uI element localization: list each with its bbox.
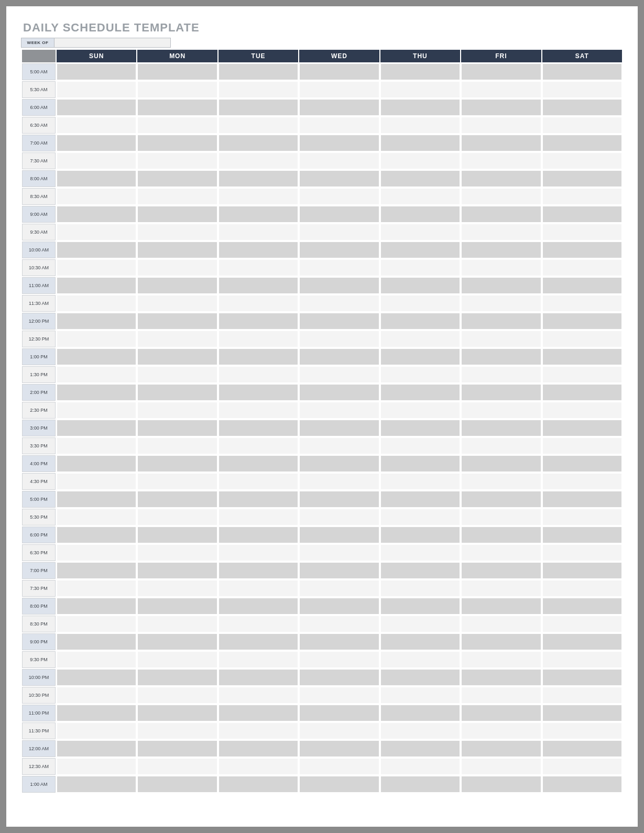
schedule-cell[interactable] (380, 313, 460, 330)
schedule-cell[interactable] (57, 616, 136, 632)
schedule-cell[interactable] (219, 313, 298, 330)
schedule-cell[interactable] (219, 616, 298, 632)
schedule-cell[interactable] (57, 437, 136, 454)
schedule-cell[interactable] (57, 473, 136, 490)
schedule-cell[interactable] (380, 277, 460, 294)
schedule-cell[interactable] (219, 705, 298, 721)
schedule-cell[interactable] (380, 633, 460, 650)
schedule-cell[interactable] (137, 348, 217, 365)
schedule-cell[interactable] (137, 544, 217, 561)
schedule-cell[interactable] (542, 348, 622, 365)
schedule-cell[interactable] (542, 455, 622, 472)
schedule-cell[interactable] (380, 437, 460, 454)
schedule-cell[interactable] (299, 242, 379, 258)
schedule-cell[interactable] (542, 633, 622, 650)
schedule-cell[interactable] (57, 117, 136, 134)
schedule-cell[interactable] (299, 633, 379, 650)
schedule-cell[interactable] (542, 277, 622, 294)
schedule-cell[interactable] (219, 758, 298, 775)
schedule-cell[interactable] (542, 740, 622, 757)
schedule-cell[interactable] (57, 669, 136, 686)
schedule-cell[interactable] (299, 562, 379, 579)
schedule-cell[interactable] (299, 687, 379, 704)
schedule-cell[interactable] (461, 348, 541, 365)
schedule-cell[interactable] (461, 598, 541, 615)
schedule-cell[interactable] (57, 598, 136, 615)
schedule-cell[interactable] (57, 170, 136, 187)
schedule-cell[interactable] (57, 295, 136, 312)
schedule-cell[interactable] (461, 740, 541, 757)
schedule-cell[interactable] (219, 562, 298, 579)
schedule-cell[interactable] (542, 598, 622, 615)
schedule-cell[interactable] (219, 420, 298, 436)
schedule-cell[interactable] (461, 562, 541, 579)
schedule-cell[interactable] (299, 491, 379, 508)
schedule-cell[interactable] (137, 259, 217, 276)
schedule-cell[interactable] (461, 152, 541, 169)
schedule-cell[interactable] (299, 63, 379, 80)
schedule-cell[interactable] (542, 562, 622, 579)
schedule-cell[interactable] (57, 188, 136, 205)
schedule-cell[interactable] (57, 242, 136, 258)
schedule-cell[interactable] (299, 348, 379, 365)
schedule-cell[interactable] (57, 580, 136, 597)
schedule-cell[interactable] (461, 420, 541, 436)
schedule-cell[interactable] (57, 366, 136, 383)
schedule-cell[interactable] (299, 651, 379, 668)
schedule-cell[interactable] (380, 259, 460, 276)
schedule-cell[interactable] (542, 366, 622, 383)
schedule-cell[interactable] (461, 99, 541, 116)
schedule-cell[interactable] (461, 313, 541, 330)
schedule-cell[interactable] (57, 776, 136, 793)
schedule-cell[interactable] (542, 491, 622, 508)
schedule-cell[interactable] (219, 384, 298, 401)
schedule-cell[interactable] (57, 348, 136, 365)
schedule-cell[interactable] (461, 224, 541, 240)
schedule-cell[interactable] (542, 616, 622, 632)
schedule-cell[interactable] (137, 99, 217, 116)
schedule-cell[interactable] (57, 491, 136, 508)
schedule-cell[interactable] (461, 384, 541, 401)
schedule-cell[interactable] (380, 188, 460, 205)
schedule-cell[interactable] (137, 669, 217, 686)
schedule-cell[interactable] (137, 206, 217, 223)
schedule-cell[interactable] (137, 455, 217, 472)
schedule-cell[interactable] (137, 420, 217, 436)
schedule-cell[interactable] (299, 224, 379, 240)
schedule-cell[interactable] (137, 651, 217, 668)
schedule-cell[interactable] (137, 491, 217, 508)
schedule-cell[interactable] (219, 509, 298, 525)
schedule-cell[interactable] (542, 152, 622, 169)
schedule-cell[interactable] (461, 81, 541, 98)
schedule-cell[interactable] (380, 81, 460, 98)
schedule-cell[interactable] (219, 224, 298, 240)
schedule-cell[interactable] (57, 259, 136, 276)
schedule-cell[interactable] (542, 384, 622, 401)
schedule-cell[interactable] (299, 509, 379, 525)
schedule-cell[interactable] (461, 580, 541, 597)
schedule-cell[interactable] (542, 776, 622, 793)
schedule-cell[interactable] (461, 633, 541, 650)
schedule-cell[interactable] (542, 188, 622, 205)
schedule-cell[interactable] (57, 562, 136, 579)
schedule-cell[interactable] (57, 313, 136, 330)
schedule-cell[interactable] (219, 687, 298, 704)
schedule-cell[interactable] (299, 598, 379, 615)
schedule-cell[interactable] (461, 509, 541, 525)
schedule-cell[interactable] (299, 135, 379, 151)
schedule-cell[interactable] (380, 669, 460, 686)
schedule-cell[interactable] (57, 740, 136, 757)
schedule-cell[interactable] (137, 384, 217, 401)
schedule-cell[interactable] (380, 152, 460, 169)
schedule-cell[interactable] (219, 740, 298, 757)
schedule-cell[interactable] (57, 384, 136, 401)
schedule-cell[interactable] (57, 527, 136, 543)
schedule-cell[interactable] (219, 669, 298, 686)
schedule-cell[interactable] (461, 63, 541, 80)
schedule-cell[interactable] (299, 669, 379, 686)
schedule-cell[interactable] (57, 81, 136, 98)
schedule-cell[interactable] (219, 598, 298, 615)
schedule-cell[interactable] (380, 455, 460, 472)
schedule-cell[interactable] (299, 758, 379, 775)
schedule-cell[interactable] (542, 242, 622, 258)
